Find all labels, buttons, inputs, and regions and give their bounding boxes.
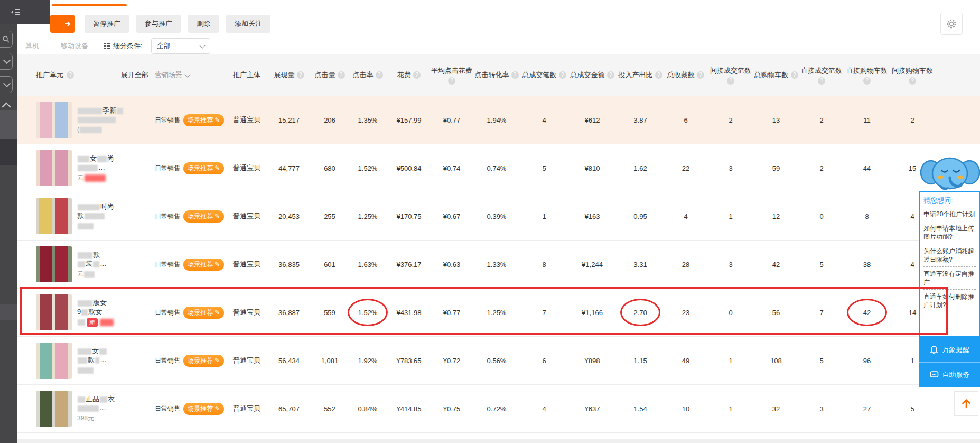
title-text: 尚 — [107, 154, 114, 162]
cell-cost: ¥414.85 — [387, 405, 431, 413]
help-icon[interactable]: ? — [607, 71, 614, 79]
cell-favs: 28 — [664, 261, 708, 269]
help-icon[interactable]: ? — [448, 77, 455, 85]
scene-badge[interactable]: 场景推荐 ✎ — [183, 114, 224, 126]
cell-ind_orders: 0 — [708, 309, 753, 317]
product-title[interactable]: 款装…元 — [77, 250, 107, 279]
cell-gmv: ¥810 — [567, 164, 617, 172]
help-icon[interactable]: ? — [511, 71, 519, 79]
product-title[interactable]: 女款… — [77, 346, 107, 375]
promotion-table: 推广单元 ? 展开全部 营销场景 推广主体展现量?点击量?点击率?花费?平均点击… — [17, 54, 980, 433]
table-row[interactable]: 版女9款女新日常销售场景推荐 ✎普通宝贝36,8875591.52%¥431.9… — [17, 289, 980, 337]
join-promotion-button[interactable]: 参与推广 — [136, 15, 181, 33]
product-title[interactable]: 时尚款 — [77, 202, 114, 230]
help-icon[interactable]: ? — [297, 71, 304, 79]
column-header-scene[interactable]: 营销场景 — [155, 70, 226, 80]
help-icon[interactable]: ? — [338, 71, 345, 79]
assistant-question[interactable]: 直通车没有定向推广 — [923, 267, 976, 290]
column-header-roi[interactable]: 投入产出比? — [617, 70, 664, 80]
assistant-question[interactable]: 为什么账户消耗超过日限额? — [923, 244, 976, 267]
blurred-text — [93, 261, 99, 267]
column-header-ind_orders[interactable]: 间接成交笔数? — [708, 66, 753, 85]
help-icon[interactable]: ? — [655, 71, 662, 79]
column-settings-button[interactable] — [940, 13, 963, 35]
help-icon[interactable]: ? — [727, 77, 734, 85]
scene-badge[interactable]: 场景推荐 ✎ — [183, 403, 224, 415]
cell-ind_carts: 2 — [890, 116, 935, 124]
self-service-button[interactable]: 自助服务 — [919, 362, 980, 387]
column-header-ind_carts[interactable]: 间接购物车数? — [890, 66, 935, 85]
blurred-text — [99, 348, 107, 355]
title-text: 季新 — [102, 106, 116, 114]
column-header-impressions[interactable]: 展现量? — [267, 70, 311, 80]
table-row[interactable]: 女款…日常销售场景推荐 ✎普通宝贝56,4341,0811.92%¥783.65… — [17, 337, 980, 385]
cell-orders: 1 — [521, 213, 567, 220]
table-row[interactable]: 款装…元日常销售场景推荐 ✎普通宝贝36,8356011.63%¥376.17¥… — [17, 241, 980, 289]
scene-badge[interactable]: 场景推荐 ✎ — [183, 259, 224, 271]
cell-dir_orders: 5 — [799, 357, 844, 365]
column-header-ctr[interactable]: 点击率? — [349, 70, 387, 80]
column-header-orders[interactable]: 总成交笔数? — [521, 70, 567, 80]
assistant-question[interactable]: 如何申请本地上传图片功能? — [923, 222, 976, 244]
expand-all-link[interactable]: 展开全部 — [121, 70, 155, 80]
assistant-question[interactable]: 申请20个推广计划 — [923, 207, 976, 222]
column-header-favs[interactable]: 总收藏数? — [664, 70, 708, 80]
cell-carts: 56 — [753, 309, 799, 317]
assistant-question[interactable]: 直通车如何删除推广计划? — [923, 290, 976, 312]
back-to-top-button[interactable] — [954, 391, 978, 416]
product-title[interactable]: 正品衣…398元 — [77, 394, 115, 423]
cell-impressions: 56,434 — [267, 357, 311, 365]
tab-computer[interactable]: 算机 — [19, 41, 45, 51]
chevron-down-icon[interactable] — [0, 76, 13, 93]
wanxiang-reminder-button[interactable]: 万象提醒 — [919, 337, 980, 362]
column-header-gmv[interactable]: 总成交金额? — [567, 70, 617, 80]
delete-button[interactable]: 删除 — [188, 15, 219, 33]
add-follow-button[interactable]: 添加关注 — [226, 15, 270, 33]
column-header-dir_orders[interactable]: 直接成交笔数? — [799, 66, 844, 85]
scene-badge[interactable]: 场景推荐 ✎ — [183, 355, 224, 367]
help-icon[interactable]: ? — [863, 77, 871, 85]
blurred-text — [78, 405, 99, 412]
scene-badge[interactable]: 场景推荐 ✎ — [183, 162, 224, 174]
table-row[interactable]: 季新(日常销售场景推荐 ✎普通宝贝15,2172061.35%¥157.99¥0… — [17, 96, 980, 144]
column-header-cpc[interactable]: 平均点击花费? — [431, 66, 472, 85]
column-header-clicks[interactable]: 点击量? — [311, 70, 349, 80]
help-icon[interactable]: ? — [791, 71, 798, 79]
table-row[interactable]: 女尚…元日常销售场景推荐 ✎普通宝贝44,7776801.52%¥500.84¥… — [17, 144, 980, 192]
product-title[interactable]: 季新( — [77, 106, 124, 134]
help-icon[interactable]: ? — [413, 71, 421, 79]
table-row[interactable]: 时尚款日常销售场景推荐 ✎普通宝贝20,4532551.25%¥170.75¥0… — [17, 192, 980, 241]
cell-dir_orders: 7 — [799, 309, 844, 317]
column-header-subject[interactable]: 推广主体 — [226, 70, 267, 80]
left-sidebar — [0, 0, 17, 443]
pause-promotion-button[interactable]: 暂停推广 — [85, 15, 129, 33]
column-header-cvr[interactable]: 点击转化率? — [472, 70, 521, 80]
scene-text: 日常销售 — [155, 116, 180, 125]
help-icon[interactable]: ? — [909, 77, 916, 85]
column-header-carts[interactable]: 总购物车数? — [753, 70, 799, 80]
assistant-greeting: 猜您想问: — [923, 196, 976, 205]
cell-ind_carts: 5 — [890, 405, 935, 413]
column-header-cost[interactable]: 花费? — [387, 70, 431, 80]
search-icon[interactable] — [0, 31, 13, 48]
collapse-sidebar-icon[interactable] — [11, 8, 21, 16]
help-icon[interactable]: ? — [376, 71, 383, 79]
help-icon[interactable]: ? — [67, 71, 74, 79]
help-icon[interactable]: ? — [559, 71, 566, 79]
primary-action-button[interactable] — [50, 15, 75, 33]
title-text: ( — [77, 126, 79, 133]
table-row[interactable]: 正品衣…398元日常销售场景推荐 ✎普通宝贝65,7075520.84%¥414… — [17, 385, 980, 433]
scene-badge[interactable]: 场景推荐 ✎ — [183, 307, 224, 319]
chevron-down-icon[interactable] — [0, 53, 13, 70]
product-title[interactable]: 版女9款女新 — [77, 298, 115, 327]
scene-text: 日常销售 — [155, 308, 180, 317]
title-text: 衣 — [108, 395, 115, 403]
help-icon[interactable]: ? — [697, 71, 704, 79]
scene-badge[interactable]: 场景推荐 ✎ — [183, 210, 224, 223]
tab-mobile[interactable]: 移动设备 — [54, 41, 95, 51]
column-header-dir_carts[interactable]: 直接购物车数? — [844, 66, 890, 85]
help-icon[interactable]: ? — [818, 77, 825, 85]
segment-condition-dropdown[interactable]: 全部 — [151, 38, 210, 54]
product-title[interactable]: 女尚…元 — [77, 154, 114, 182]
title-text: 9 — [77, 308, 81, 316]
